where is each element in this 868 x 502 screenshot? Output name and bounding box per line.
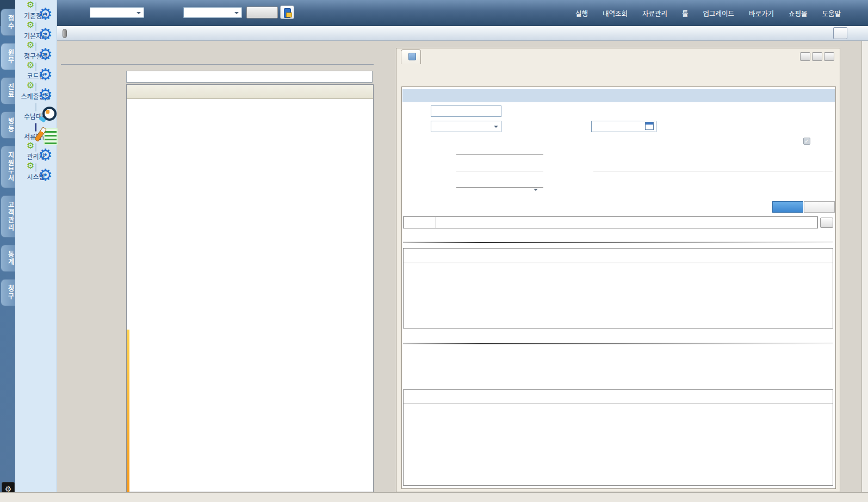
- confirmation-box: [403, 248, 833, 329]
- top-menu-item[interactable]: 내역조회: [603, 8, 628, 18]
- prev-document-button[interactable]: [800, 52, 810, 61]
- emr-application: 접수원무진료병동지원부서고객관리통계청구 ⚙ 기준정보 기본자료 청구설정 코드…: [0, 0, 868, 502]
- top-bar: 실행내역조회자료관리툴업그레이드바로가기쇼핑몰도움말: [57, 0, 868, 26]
- menu-item[interactable]: 수납대장: [16, 102, 55, 121]
- document-list-button[interactable]: [824, 52, 834, 61]
- card-reader-icon[interactable]: [280, 5, 294, 19]
- phone-field[interactable]: [456, 170, 543, 171]
- module-tab[interactable]: 접수: [1, 9, 15, 36]
- header-pill-icon: [63, 29, 67, 38]
- department-select[interactable]: [456, 186, 543, 188]
- menu-item[interactable]: 코드뷰: [16, 62, 55, 80]
- confirmation-box-header: [404, 249, 833, 263]
- module-tab[interactable]: 지원부서: [1, 146, 15, 188]
- menu-item[interactable]: 서류발급: [16, 122, 55, 141]
- purchase-notes-box: [403, 389, 833, 486]
- module-tab[interactable]: 고객관리: [1, 195, 15, 238]
- menu-item-icon: [35, 42, 36, 51]
- document-nav: [800, 52, 834, 61]
- korean-toggle-button[interactable]: [772, 201, 803, 213]
- menu-item-icon: [35, 2, 36, 11]
- menu-item[interactable]: 기본자료: [16, 22, 55, 40]
- menu-item-icon: [35, 143, 36, 152]
- menu-item-icon: [35, 63, 36, 71]
- page-header: [57, 26, 868, 41]
- diagnosis-code: [404, 217, 436, 228]
- issue-date-input[interactable]: [591, 121, 656, 132]
- module-tab[interactable]: 청구: [1, 279, 15, 306]
- selected-group-indicator: [127, 330, 129, 492]
- menu-item[interactable]: 스케줄설정: [16, 82, 55, 101]
- document-tab[interactable]: [401, 49, 421, 64]
- insurance-no-field[interactable]: [456, 153, 543, 155]
- top-menu-item[interactable]: 자료관리: [642, 8, 667, 18]
- top-menu-item[interactable]: 툴: [682, 8, 689, 18]
- menu-item[interactable]: 시스템: [16, 163, 55, 181]
- document-window: [396, 48, 840, 492]
- calendar-icon[interactable]: [645, 122, 654, 130]
- menu-item-icon: [35, 83, 36, 91]
- form-list: [126, 84, 374, 492]
- menu-item[interactable]: 관리자: [16, 142, 55, 161]
- menu-item-icon: [35, 123, 36, 132]
- section-rule: [403, 343, 833, 344]
- menu-item-icon: [35, 163, 36, 172]
- settings-button[interactable]: [833, 27, 847, 39]
- menu-item[interactable]: 기준정보: [16, 2, 55, 20]
- top-menu: 실행내역조회자료관리툴업그레이드바로가기쇼핑몰도움말: [575, 8, 841, 18]
- section-rule: [403, 241, 833, 243]
- next-document-button[interactable]: [812, 52, 822, 61]
- top-menu-item[interactable]: 실행: [575, 8, 588, 18]
- close-icon[interactable]: [408, 53, 416, 60]
- module-tab[interactable]: 진료: [1, 77, 15, 104]
- reissue-checkbox[interactable]: [803, 138, 810, 145]
- top-menu-item[interactable]: 바로가기: [749, 8, 774, 18]
- chart-no-combobox[interactable]: [90, 7, 144, 18]
- issuing-doctor-select[interactable]: [431, 121, 501, 132]
- diagnosis-more-button[interactable]: [820, 218, 833, 228]
- mobile-field[interactable]: [593, 170, 833, 171]
- forms-panel: [61, 46, 381, 493]
- menu-icon-column: 기준정보 기본자료 청구설정 코드뷰 스케줄설정: [15, 0, 57, 492]
- menu-item[interactable]: 청구설정: [16, 42, 55, 60]
- right-edge-strip: [861, 41, 868, 492]
- module-tab[interactable]: 병동: [1, 111, 15, 139]
- bottom-strip: [0, 492, 868, 502]
- purchase-notes-title: [404, 390, 833, 404]
- module-tab[interactable]: 원무: [1, 43, 15, 70]
- menu-item-icon: [35, 22, 36, 31]
- patient-name-combobox[interactable]: [183, 7, 242, 18]
- document-body: [401, 86, 836, 489]
- top-menu-item[interactable]: 도움말: [822, 8, 841, 18]
- top-menu-item[interactable]: 쇼핑몰: [789, 8, 808, 18]
- form-list-header: [127, 85, 373, 99]
- tab-divider: [61, 64, 374, 65]
- document-title: [402, 89, 835, 102]
- top-menu-item[interactable]: 업그레이드: [703, 8, 734, 18]
- chart-no-input[interactable]: [431, 106, 501, 117]
- diagnosis-row[interactable]: [403, 216, 818, 228]
- form-search-input[interactable]: [126, 71, 373, 83]
- search-button[interactable]: [246, 7, 278, 18]
- english-toggle-button[interactable]: [804, 201, 835, 213]
- module-tab[interactable]: 통계: [1, 245, 15, 272]
- module-tabs: 접수원무진료병동지원부서고객관리통계청구: [0, 9, 15, 306]
- menu-item-icon: [35, 103, 36, 111]
